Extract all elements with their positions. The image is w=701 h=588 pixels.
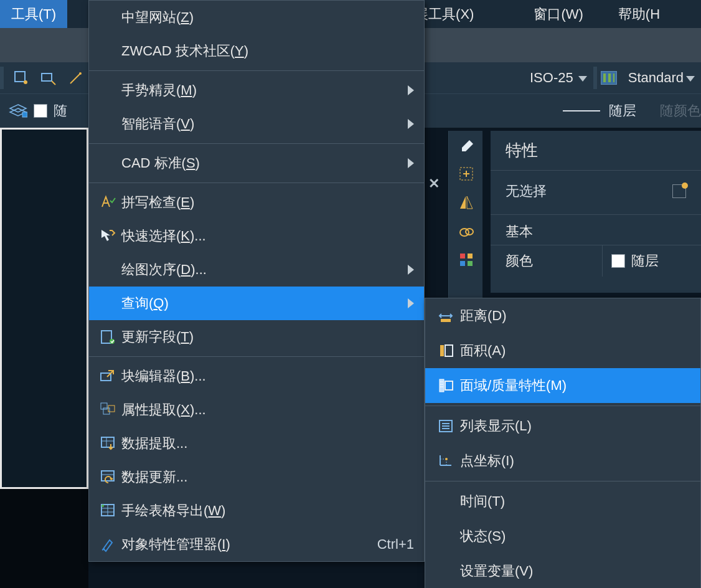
- submenu-item-label: 状态(S): [460, 527, 506, 546]
- menu-tools[interactable]: 工具(T): [0, 0, 67, 28]
- submenu-item-7[interactable]: 时间(T): [425, 484, 700, 519]
- id-icon: [431, 453, 460, 469]
- massprop-icon: [431, 377, 460, 394]
- menu-item-3[interactable]: 手势精灵(M): [89, 74, 424, 107]
- svg-marker-41: [445, 345, 453, 356]
- submenu-item-8[interactable]: 状态(S): [425, 519, 700, 554]
- menu-item-14[interactable]: 块编辑器(B)...: [89, 359, 424, 393]
- svg-rect-47: [445, 381, 453, 390]
- dupd-icon: [94, 469, 121, 485]
- menu-item-label: 更新字段(T): [121, 328, 414, 346]
- submenu-item-9[interactable]: 设置变量(V): [425, 554, 700, 588]
- cloud-icon[interactable]: [449, 217, 483, 245]
- submenu-item-5[interactable]: 点坐标(I): [425, 443, 700, 478]
- grid4-icon[interactable]: [449, 245, 483, 274]
- menu-item-1[interactable]: ZWCAD 技术社区(Y): [89, 34, 424, 68]
- menu-item-0[interactable]: 中望网站(Z): [89, 1, 424, 34]
- svg-rect-19: [460, 261, 465, 266]
- svg-point-37: [101, 505, 104, 507]
- submenu-arrow-icon: [408, 298, 414, 308]
- menu-item-9[interactable]: 快速选择(K)...: [89, 219, 424, 253]
- menu-item-19[interactable]: 对象特性管理器(I)Ctrl+1: [89, 528, 424, 561]
- svg-point-1: [24, 80, 27, 84]
- submenu-item-0[interactable]: 距离(D): [425, 298, 700, 333]
- svg-rect-28: [101, 437, 114, 447]
- submenu-item-1[interactable]: 面积(A): [425, 333, 700, 368]
- menu-item-12[interactable]: 更新字段(T): [89, 320, 424, 354]
- add-box-icon[interactable]: [449, 159, 483, 188]
- menu-item-label: 属性提取(X)...: [121, 401, 414, 419]
- svg-rect-17: [460, 254, 465, 258]
- props-selection[interactable]: 无选择: [506, 182, 547, 201]
- layer-icon[interactable]: [9, 103, 27, 118]
- menu-item-15[interactable]: 属性提取(X)...: [89, 393, 424, 427]
- submenu-arrow-icon: [408, 85, 414, 95]
- canvas-below: [0, 489, 88, 588]
- close-icon[interactable]: ✕: [428, 176, 440, 192]
- menu-item-4[interactable]: 智能语音(V): [89, 107, 424, 141]
- shortcut: Ctrl+1: [377, 536, 414, 552]
- tools-menu: 中望网站(Z)ZWCAD 技术社区(Y)手势精灵(M)智能语音(V)CAD 标准…: [88, 0, 425, 562]
- caret-icon: [686, 76, 695, 82]
- upfield-icon: [94, 329, 121, 345]
- menu-item-label: 智能语音(V): [121, 115, 402, 133]
- mirror-icon[interactable]: [449, 188, 483, 217]
- menu-item-10[interactable]: 绘图次序(D)...: [89, 253, 424, 287]
- svg-point-54: [445, 458, 448, 460]
- menu-item-8[interactable]: 拼写检查(E): [89, 186, 424, 219]
- menu-help[interactable]: 帮助(H: [607, 0, 671, 28]
- pickadd-icon[interactable]: [672, 184, 686, 198]
- svg-line-3: [52, 81, 55, 85]
- menu-window[interactable]: 窗口(W): [522, 0, 594, 28]
- svg-point-5: [79, 72, 82, 75]
- props-section-basic: 基本: [491, 215, 701, 245]
- tool-find-icon[interactable]: [38, 67, 59, 88]
- grip: [593, 67, 597, 89]
- properties-panel: 特性 无选择 基本 颜色 随层: [491, 131, 701, 293]
- color-swatch[interactable]: [34, 104, 47, 118]
- svg-rect-39: [441, 319, 451, 322]
- tool-select-icon[interactable]: [11, 67, 32, 88]
- svg-marker-13: [460, 196, 466, 209]
- textstyle-label: Standard: [628, 70, 684, 85]
- menu-item-18[interactable]: 手绘表格导出(W): [89, 494, 424, 528]
- textstyle-icon[interactable]: [601, 71, 617, 85]
- bycolor-label: 随颜色: [660, 102, 701, 120]
- list-icon: [431, 418, 460, 434]
- svg-rect-42: [440, 379, 444, 392]
- menu-item-label: 块编辑器(B)...: [121, 367, 414, 386]
- qsel-icon: [94, 228, 121, 244]
- submenu-item-2[interactable]: 面域/质量特性(M): [425, 368, 700, 403]
- menu-item-11[interactable]: 查询(Q): [89, 287, 424, 320]
- textstyle-dropdown[interactable]: Standard: [622, 67, 701, 88]
- dist-icon: [431, 308, 460, 324]
- menu-item-6[interactable]: CAD 标准(S): [89, 146, 424, 180]
- tool-wand-icon[interactable]: [65, 67, 87, 88]
- props-icon: [94, 536, 121, 552]
- dext-icon: [94, 435, 121, 452]
- svg-rect-20: [468, 261, 473, 266]
- color-swatch: [611, 254, 625, 268]
- menu-item-label: 数据更新...: [121, 468, 414, 486]
- drawing-canvas[interactable]: [0, 128, 88, 489]
- dimstyle-dropdown[interactable]: ISO-25: [524, 67, 593, 88]
- submenu-item-label: 距离(D): [460, 306, 507, 325]
- menu-item-label: 快速选择(K)...: [121, 227, 414, 245]
- bylayer-label: 随层: [609, 102, 636, 120]
- submenu-item-label: 面域/质量特性(M): [460, 376, 567, 395]
- props-row-color[interactable]: 颜色 随层: [491, 245, 701, 277]
- svg-rect-8: [22, 112, 27, 117]
- submenu-item-label: 点坐标(I): [460, 452, 514, 470]
- right-icon-strip: [448, 131, 482, 318]
- menu-item-16[interactable]: 数据提取...: [89, 427, 424, 460]
- menu-item-label: 绘图次序(D)...: [121, 260, 402, 279]
- menu-item-label: ZWCAD 技术社区(Y): [121, 42, 414, 60]
- props-title: 特性: [491, 131, 701, 171]
- eraser-icon[interactable]: [449, 131, 483, 159]
- svg-rect-18: [468, 254, 473, 258]
- submenu-item-4[interactable]: 列表显示(L): [425, 409, 700, 443]
- svg-marker-14: [467, 196, 473, 209]
- submenu-arrow-icon: [408, 158, 414, 168]
- menu-item-17[interactable]: 数据更新...: [89, 460, 424, 494]
- menu-item-label: 中望网站(Z): [121, 8, 414, 27]
